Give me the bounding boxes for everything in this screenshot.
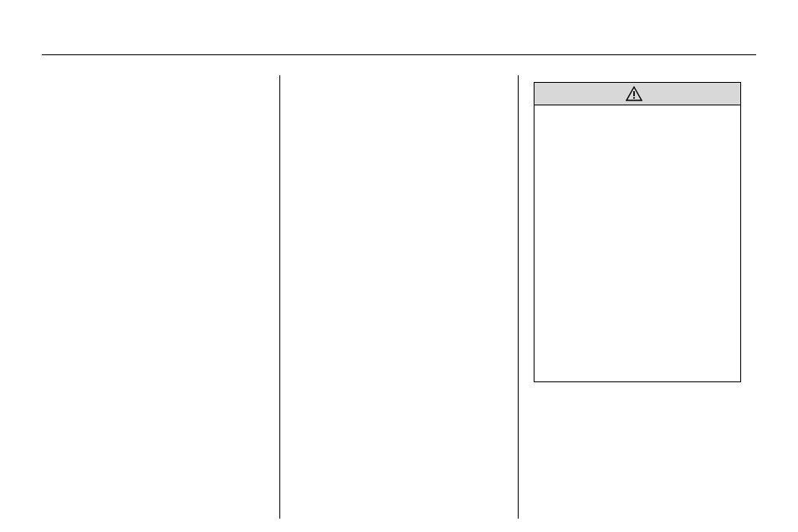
- caution-header: [535, 83, 740, 105]
- content-columns: [42, 75, 756, 519]
- col2-bullet-3: [312, 125, 503, 142]
- svg-rect-1: [633, 91, 635, 96]
- column-2: [279, 75, 518, 519]
- caution-body: [535, 105, 740, 381]
- col2-bullets: [312, 82, 503, 142]
- col2-bullet-1: [312, 82, 503, 99]
- col2-bullet-2: [312, 104, 503, 120]
- caution-box: [534, 82, 741, 382]
- column-3: [518, 75, 756, 519]
- column-1: [42, 75, 279, 519]
- svg-rect-2: [633, 97, 635, 99]
- warning-icon: [626, 86, 642, 101]
- page-title: [42, 32, 756, 55]
